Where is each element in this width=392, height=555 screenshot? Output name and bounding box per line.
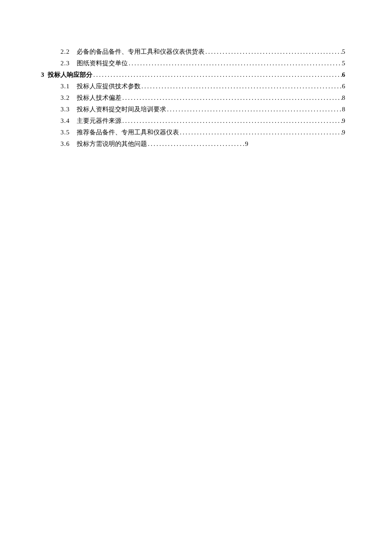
toc-page-number: 5 (342, 58, 392, 69)
toc-entry: 3.4主要元器件来源9 (0, 115, 392, 127)
toc-entry-title: 必备的备品备件、专用工具和仪器仪表供货表 (77, 46, 205, 58)
toc-section-number: 3.3 (0, 104, 77, 115)
toc-entry-title: 投标人资料提交时间及培训要求 (77, 104, 166, 115)
toc-page-number: 6 (342, 69, 392, 81)
toc-entry-title: 投标人技术偏差 (77, 92, 121, 104)
toc-entry: 3.5推荐备品备件、专用工具和仪器仪表9 (0, 127, 392, 138)
toc-leader-dots (141, 81, 342, 92)
toc-leader-dots (205, 46, 342, 58)
toc-leader-dots (92, 69, 342, 81)
toc-page-number: 6 (342, 81, 392, 92)
toc-entry-title: 主要元器件来源 (77, 115, 121, 127)
toc-section-number: 3.5 (0, 127, 77, 138)
toc-section-number: 2.2 (0, 46, 77, 58)
toc-page-number: 5 (342, 46, 392, 58)
toc-entry: 3投标人响应部分6 (0, 69, 392, 81)
toc-entry: 3.3投标人资料提交时间及培训要求8 (0, 104, 392, 115)
toc-leader-dots (121, 92, 342, 104)
toc-leader-dots (166, 104, 342, 115)
toc-entry: 2.3图纸资料提交单位5 (0, 58, 392, 69)
toc-page-number: 9 (342, 127, 392, 138)
toc-entry-title: 投标人响应部分 (48, 69, 92, 81)
toc-section-number: 2.3 (0, 58, 77, 69)
toc-page-number: 8 (342, 104, 392, 115)
toc-section-number: 3.4 (0, 115, 77, 127)
toc-page-number: 8 (342, 92, 392, 104)
toc-leader-dots (128, 58, 342, 69)
table-of-contents: 2.2必备的备品备件、专用工具和仪器仪表供货表52.3图纸资料提交单位53投标人… (0, 46, 392, 150)
toc-page-number: 9 (245, 138, 248, 150)
toc-entry: 2.2必备的备品备件、专用工具和仪器仪表供货表5 (0, 46, 392, 58)
toc-leader-dots (147, 138, 245, 150)
toc-page-number: 9 (342, 115, 392, 127)
toc-entry-title: 图纸资料提交单位 (77, 58, 128, 69)
toc-entry: 3.2投标人技术偏差8 (0, 92, 392, 104)
toc-section-number: 3.1 (0, 81, 77, 92)
toc-chapter-number: 3 (0, 69, 48, 81)
toc-entry-title: 投标方需说明的其他问题 (77, 138, 147, 150)
toc-section-number: 3.2 (0, 92, 77, 104)
toc-leader-dots (121, 115, 342, 127)
toc-entry: 3.1投标人应提供技术参数6 (0, 81, 392, 92)
toc-entry: 3.6投标方需说明的其他问题9 (0, 138, 392, 150)
toc-leader-dots (179, 127, 342, 138)
toc-entry-title: 推荐备品备件、专用工具和仪器仪表 (77, 127, 179, 138)
toc-entry-title: 投标人应提供技术参数 (77, 81, 141, 92)
toc-section-number: 3.6 (0, 138, 77, 150)
